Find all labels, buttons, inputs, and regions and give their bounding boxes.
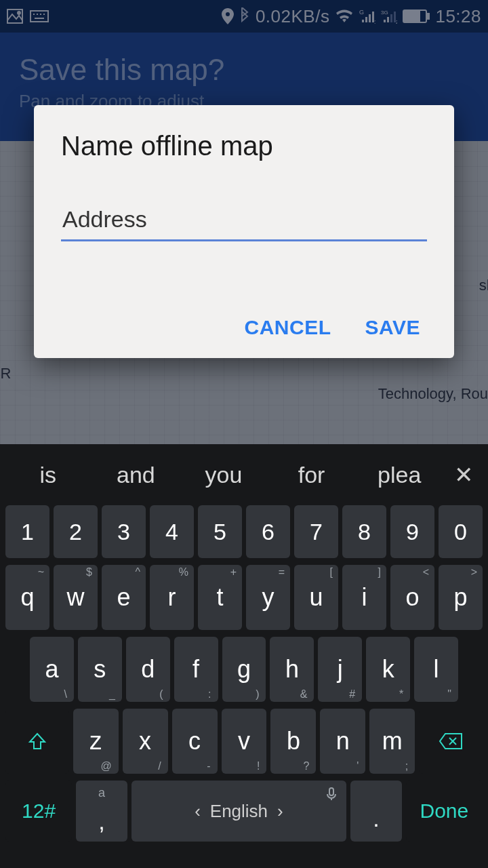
key-9[interactable]: 9: [390, 505, 434, 558]
key-y[interactable]: y=: [246, 565, 290, 630]
suggestion[interactable]: for: [268, 462, 356, 488]
key-a[interactable]: a\: [30, 637, 74, 702]
key-t[interactable]: t+: [198, 565, 242, 630]
key-q[interactable]: q~: [5, 565, 49, 630]
key-e[interactable]: e^: [102, 565, 146, 630]
key-row-a: a\s_d(f:g)h&j#k*l": [0, 637, 488, 702]
dialog-actions: CANCEL SAVE: [61, 316, 427, 339]
key-row-bottom: 12# a , ‹ English › . Done: [0, 781, 488, 842]
key-u[interactable]: u[: [294, 565, 338, 630]
suggestion[interactable]: is: [4, 462, 92, 488]
suggestion[interactable]: you: [180, 462, 268, 488]
key-row-q: q~w$e^r%t+y=u[i]o<p>: [0, 565, 488, 630]
key-z[interactable]: z@: [73, 709, 119, 774]
mic-icon: [326, 787, 337, 804]
key-n[interactable]: n': [320, 709, 365, 774]
key-1[interactable]: 1: [5, 505, 49, 558]
key-w[interactable]: w$: [54, 565, 98, 630]
key-v[interactable]: v!: [222, 709, 267, 774]
shift-key[interactable]: [5, 709, 69, 774]
key-2[interactable]: 2: [54, 505, 98, 558]
screen: 0.02KB/s G1 3G2 15:28 Save this map? Pan…: [0, 0, 488, 868]
key-f[interactable]: f:: [174, 637, 218, 702]
chevron-right-icon: ›: [277, 801, 283, 822]
suggestion[interactable]: plea: [355, 462, 443, 488]
key-s[interactable]: s_: [78, 637, 122, 702]
offline-map-name-input[interactable]: [61, 202, 427, 241]
comma-key[interactable]: a ,: [76, 781, 127, 842]
key-7[interactable]: 7: [294, 505, 338, 558]
key-b[interactable]: b?: [270, 709, 316, 774]
key-k[interactable]: k*: [366, 637, 410, 702]
period-key[interactable]: .: [350, 781, 402, 842]
close-suggestions-icon[interactable]: ✕: [443, 461, 484, 488]
svg-rect-25: [329, 788, 333, 795]
key-row-numbers: 1234567890: [0, 505, 488, 558]
suggestion-row: is and you for plea ✕: [0, 444, 488, 505]
key-c[interactable]: c-: [172, 709, 218, 774]
key-h[interactable]: h&: [270, 637, 314, 702]
backspace-key[interactable]: [419, 709, 483, 774]
key-5[interactable]: 5: [198, 505, 242, 558]
key-o[interactable]: o<: [390, 565, 434, 630]
key-x[interactable]: x/: [123, 709, 168, 774]
key-i[interactable]: i]: [342, 565, 386, 630]
key-j[interactable]: j#: [318, 637, 362, 702]
symbols-key[interactable]: 12#: [5, 781, 72, 842]
key-8[interactable]: 8: [342, 505, 386, 558]
cancel-button[interactable]: CANCEL: [245, 316, 331, 339]
chevron-left-icon: ‹: [195, 801, 201, 822]
key-row-z: z@x/c-v!b?n'm;: [0, 709, 488, 774]
save-button[interactable]: SAVE: [365, 316, 420, 339]
key-d[interactable]: d(: [126, 637, 170, 702]
key-l[interactable]: l": [414, 637, 458, 702]
key-3[interactable]: 3: [102, 505, 146, 558]
key-0[interactable]: 0: [439, 505, 483, 558]
key-m[interactable]: m;: [369, 709, 415, 774]
soft-keyboard: is and you for plea ✕ 1234567890 q~w$e^r…: [0, 444, 488, 868]
space-key[interactable]: ‹ English ›: [131, 781, 346, 842]
name-offline-map-dialog: Name offline map CANCEL SAVE: [34, 105, 454, 358]
key-p[interactable]: p>: [439, 565, 483, 630]
dialog-title: Name offline map: [61, 131, 427, 161]
key-6[interactable]: 6: [246, 505, 290, 558]
key-r[interactable]: r%: [150, 565, 194, 630]
suggestion[interactable]: and: [92, 462, 180, 488]
key-4[interactable]: 4: [150, 505, 194, 558]
key-g[interactable]: g): [222, 637, 266, 702]
done-key[interactable]: Done: [406, 781, 483, 842]
